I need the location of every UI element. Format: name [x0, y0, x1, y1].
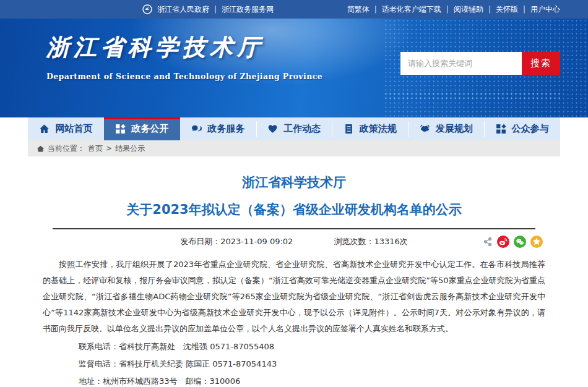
supervision-phone-line: 监督电话：省科技厅机关纪委 陈国正 0571-87054143 — [43, 357, 545, 372]
search-button[interactable]: 搜索 — [522, 52, 560, 75]
view-count: 浏览次数：13316次 — [334, 236, 407, 247]
government-emblem-icon — [142, 4, 152, 14]
nav-label: 政务公开 — [131, 123, 168, 135]
banner-dotted-line-decoration — [384, 91, 563, 100]
separator: | — [374, 5, 377, 14]
nav-item-home[interactable]: 网站首页 — [28, 117, 104, 140]
document-icon — [344, 124, 354, 134]
nav-item-work-news[interactable]: 工作动态 — [256, 117, 332, 140]
nav-item-gov-affairs-disclosure[interactable]: 政务公开 — [104, 117, 180, 140]
wechat-icon[interactable] — [514, 236, 526, 248]
share-icon[interactable] — [483, 237, 493, 247]
top-utility-bar: 浙江省人民政府 | 浙江政务服务网 简繁体 | 适老化客户端下载 | 阅读辅助 … — [0, 0, 588, 19]
topbar-link-simplified[interactable]: 简繁体 — [347, 4, 370, 15]
separator: | — [214, 5, 217, 14]
nav-label: 公众参与 — [512, 123, 549, 135]
chat-icon — [191, 124, 202, 134]
nav-label: 网站首页 — [55, 123, 92, 135]
nav-label: 发展规划 — [436, 123, 473, 135]
publish-date-label: 发布日期： — [180, 237, 220, 246]
heart-icon — [267, 124, 278, 134]
site-title: 浙江省科学技术厅 — [46, 32, 322, 63]
article-title-line1: 浙江省科学技术厅 — [43, 174, 545, 191]
breadcrumb-label: 当前位置： — [48, 143, 85, 154]
topbar-link-elderly-client[interactable]: 适老化客户端下载 — [382, 4, 441, 15]
site-subtitle: Department of Science and Technology of … — [46, 72, 322, 81]
view-count-value: 13316次 — [374, 237, 407, 246]
separator: | — [446, 5, 449, 14]
qzone-icon[interactable] — [530, 236, 543, 248]
separator: | — [488, 5, 491, 14]
topbar-link-read-assist[interactable]: 阅读辅助 — [454, 4, 483, 15]
breadcrumb-current: 结果公示 — [115, 143, 145, 154]
topbar-right-links: 简繁体 | 适老化客户端下载 | 阅读辅助 | 关怀版 | 用户中心 — [347, 4, 560, 15]
separator: | — [523, 5, 525, 14]
site-search: 搜索 — [400, 52, 560, 75]
main-navigation: 网站首页 政务公开 政务服务 工作动态 政策法规 — [28, 117, 560, 140]
site-logo: 浙江省科学技术厅 Department of Science and Techn… — [46, 32, 322, 81]
search-input[interactable] — [400, 52, 522, 75]
article-body-paragraph: 按照工作安排，我厅组织开展了2023年省重点企业研究院、省企业研究院、省高新技术… — [43, 257, 545, 337]
breadcrumb-link-home[interactable]: 首页 — [88, 143, 103, 154]
article-title-line2: 关于2023年拟认定（备案）省级企业研发机构名单的公示 — [43, 201, 545, 218]
nav-item-development-planning[interactable]: 发展规划 — [408, 117, 484, 140]
topbar-left-links: 浙江省人民政府 | 浙江政务服务网 — [142, 4, 274, 15]
share-toolbar — [483, 236, 543, 248]
view-count-label: 浏览次数： — [334, 237, 374, 246]
breadcrumb: 当前位置： 首页 > 结果公示 — [28, 140, 560, 156]
nav-label: 工作动态 — [283, 123, 321, 135]
site-banner: 浙江省科学技术厅 Department of Science and Techn… — [0, 19, 588, 117]
nav-item-policies-regulations[interactable]: 政策法规 — [332, 117, 408, 140]
article: 浙江省科学技术厅 关于2023年拟认定（备案）省级企业研发机构名单的公示 发布日… — [28, 156, 560, 387]
weibo-icon[interactable] — [497, 236, 509, 248]
participate-icon — [496, 124, 506, 134]
home-icon — [39, 124, 50, 134]
nav-label: 政策法规 — [360, 123, 397, 135]
nav-item-public-participation[interactable]: 公众参与 — [484, 117, 560, 140]
handshake-icon — [420, 124, 430, 134]
article-meta: 发布日期：2023-11-09 09:02 浏览次数：13316次 — [43, 229, 545, 254]
topbar-link-care-version[interactable]: 关怀版 — [496, 4, 518, 15]
nav-label: 政务服务 — [207, 123, 244, 135]
breadcrumb-home-icon — [37, 145, 45, 153]
seal-icon — [115, 124, 126, 134]
topbar-link-service-net[interactable]: 浙江政务服务网 — [222, 4, 274, 15]
publish-date: 发布日期：2023-11-09 09:02 — [180, 236, 293, 247]
breadcrumb-separator: > — [106, 144, 112, 153]
topbar-link-gov[interactable]: 浙江省人民政府 — [157, 4, 209, 15]
nav-item-gov-services[interactable]: 政务服务 — [180, 117, 256, 140]
topbar-link-user-center[interactable]: 用户中心 — [530, 4, 560, 15]
contact-phone-line: 联系电话：省科技厅高新处 沈维强 0571-87055408 — [43, 339, 545, 354]
publish-date-value: 2023-11-09 09:02 — [220, 237, 293, 246]
address-line: 地址：杭州市环城西路33号 邮编：310006 — [43, 374, 545, 387]
